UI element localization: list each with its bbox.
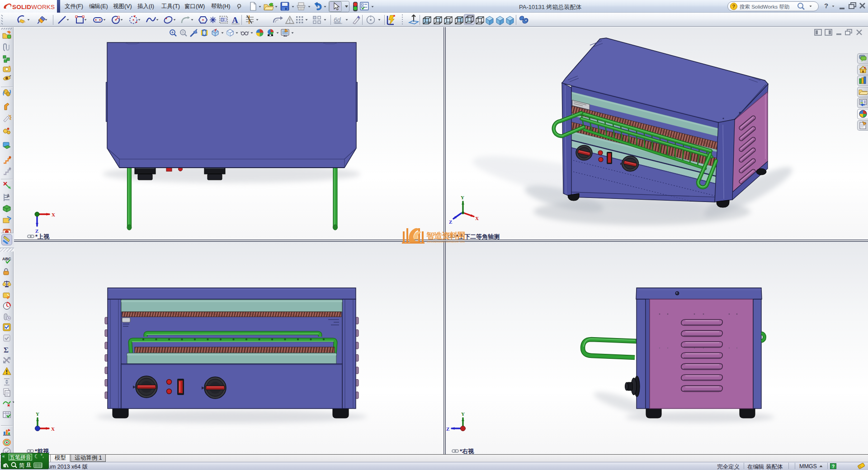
svg-text:Y: Y: [36, 411, 39, 417]
svg-text:Z: Z: [449, 219, 452, 225]
svg-text:智造资料网: 智造资料网: [426, 231, 465, 240]
svg-text:Z: Z: [446, 426, 449, 432]
svg-text:Y: Y: [461, 195, 464, 200]
svg-text:*右视: *右视: [460, 448, 474, 454]
svg-text:6d: 6d: [334, 16, 341, 24]
svg-text:X: X: [51, 426, 55, 432]
svg-text:WWW.ZHIZAOZILIAO.COM INDUSTRY: WWW.ZHIZAOZILIAO.COM INDUSTRY DATA: [427, 240, 465, 243]
svg-text:Y: Y: [461, 411, 465, 417]
svg-text:X: X: [52, 212, 55, 217]
svg-text:SOLIDWORKS: SOLIDWORKS: [12, 4, 55, 10]
svg-text:?: ?: [732, 4, 736, 9]
svg-text:A: A: [232, 15, 238, 25]
svg-text:*上视: *上视: [35, 233, 50, 240]
svg-text:X: X: [475, 216, 479, 221]
svg-text:Σ: Σ: [4, 346, 9, 354]
